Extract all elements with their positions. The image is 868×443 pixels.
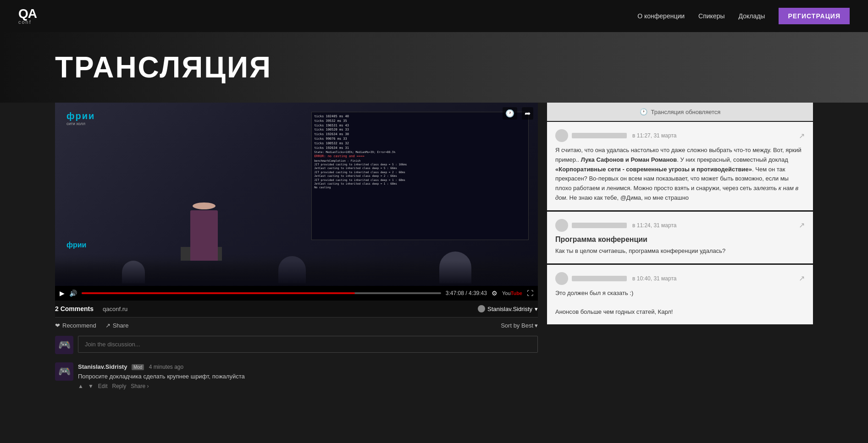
feed-time-1: в 11:27, 31 марта <box>632 132 676 139</box>
comment-mod-badge: Mod <box>132 364 144 370</box>
user-dropdown-icon[interactable]: ▾ <box>535 306 538 312</box>
video-controls-bar: ▶ 🔊 3:47:08 / 4:39:43 ⚙ YouTube ⛶ <box>55 286 538 301</box>
hero-section: ТРАНСЛЯЦИЯ <box>0 32 868 103</box>
share-icon-button[interactable]: ➦ <box>522 107 533 120</box>
user-name-display: Stanislav.Sidristy ▾ <box>478 305 538 312</box>
video-top-controls: 🕐 ➦ <box>503 107 533 120</box>
feed-text-2: Как ты в целом считаешь, программа конфе… <box>555 246 805 256</box>
left-column: фрии сити холл фрии <box>55 103 538 393</box>
feed-time-2: в 11:24, 31 марта <box>632 222 676 229</box>
comment-item: 🎮 Stanislav.Sidristy Mod 4 minutes ago П… <box>55 359 538 393</box>
feed-text-3: Это должен был я сказать :) Анонсов боль… <box>555 289 805 317</box>
feed-text-1: Я считаю, что она удалась настолько что … <box>555 146 805 203</box>
current-user-avatar: 🎮 <box>55 336 73 354</box>
clock-icon: 🕐 <box>640 108 647 115</box>
comment-input-row: 🎮 <box>55 334 538 359</box>
main-content: фрии сити холл фрии <box>0 103 868 411</box>
feed-avatar-2 <box>555 219 568 232</box>
nav-about[interactable]: О конференции <box>637 12 685 20</box>
video-stage: фрии сити холл фрии <box>55 103 538 286</box>
time-display: 3:47:08 / 4:39:43 <box>446 290 487 296</box>
feed-avatar-1 <box>555 129 568 142</box>
comments-count: 2 Comments <box>55 305 94 312</box>
feed-card-3: в 10:40, 31 марта ↗ Это должен был я ска… <box>547 265 813 324</box>
feed-card-2-header: в 11:24, 31 марта ↗ <box>555 219 805 232</box>
share-button[interactable]: ↗ Share <box>105 322 129 329</box>
stage-floor <box>55 261 538 286</box>
feed-username-2 <box>572 223 627 228</box>
heart-icon: ❤ <box>55 322 60 329</box>
feed-card-1: в 11:27, 31 марта ↗ Я считаю, что она уд… <box>547 122 813 210</box>
comment-upvote[interactable]: ▲ <box>78 383 83 389</box>
comment-sub-actions: ▲ ▼ Edit Reply Share › <box>78 383 245 389</box>
clock-icon-button[interactable]: 🕐 <box>503 107 517 120</box>
settings-icon-button[interactable]: ⚙ <box>492 290 498 297</box>
header: QA conf О конференции Спикеры Доклады РЕ… <box>0 0 868 32</box>
comment-time: 4 minutes ago <box>149 364 183 370</box>
feed-title-2: Программа конференции <box>555 235 805 244</box>
comment-author: Stanislav.Sidristy <box>78 363 127 370</box>
feed-share-icon-2[interactable]: ↗ <box>799 221 805 230</box>
comment-input[interactable] <box>78 336 538 353</box>
nav-speakers[interactable]: Спикеры <box>698 12 724 20</box>
logo: QA conf <box>18 7 37 25</box>
feed-time-3: в 10:40, 31 марта <box>632 275 676 282</box>
main-wrapper: 000037FFD02 204288 фрии сити холл фрии <box>0 103 868 411</box>
comment-body: Stanislav.Sidristy Mod 4 minutes ago Поп… <box>78 362 245 389</box>
progress-track[interactable] <box>82 292 441 294</box>
comment-text: Попросите докладчика сделать крупнее шри… <box>78 372 245 381</box>
live-feed: 🕐 Трансляция обновляется в 11:27, 31 мар… <box>547 103 813 324</box>
right-column: 🕐 Трансляция обновляется в 11:27, 31 мар… <box>547 103 813 393</box>
site-name: qaconf.ru <box>103 306 127 312</box>
sort-chevron-icon: ▾ <box>535 322 538 329</box>
live-header-text: Трансляция обновляется <box>651 109 721 115</box>
time-separator: / <box>465 290 469 296</box>
code-screen: ticks 102405 ms 40 ticks 39532 ms 35 tic… <box>311 112 529 240</box>
recommend-button[interactable]: ❤ Recommend <box>55 322 96 329</box>
volume-button[interactable]: 🔊 <box>69 290 77 297</box>
main-nav: О конференции Спикеры Доклады РЕГИСТРАЦИ… <box>637 8 850 24</box>
logo-qa-text: QA <box>18 7 37 20</box>
comment-actions: ❤ Recommend ↗ Share Sort by Best ▾ <box>55 317 538 334</box>
hero-title: ТРАНСЛЯЦИЯ <box>55 50 813 84</box>
feed-card-1-header: в 11:27, 31 марта ↗ <box>555 129 805 142</box>
nav-reports[interactable]: Доклады <box>739 12 765 20</box>
feed-share-icon-1[interactable]: ↗ <box>799 131 805 140</box>
feed-username-3 <box>572 276 627 281</box>
feed-avatar-3 <box>555 272 568 285</box>
play-button[interactable]: ▶ <box>60 290 65 297</box>
feed-card-2: в 11:24, 31 марта ↗ Программа конференци… <box>547 212 813 263</box>
progress-fill <box>82 292 355 294</box>
logged-in-username: Stanislav.Sidristy <box>487 306 532 312</box>
feed-username-1 <box>572 133 627 138</box>
sort-button[interactable]: Sort by Best ▾ <box>501 322 538 329</box>
venue-logo: фрии сити холл <box>66 111 95 126</box>
venue-logo-bottom: фрии <box>66 241 86 249</box>
youtube-badge: YouTube <box>502 290 522 296</box>
presenter-figure <box>190 202 218 261</box>
logo-conf-text: conf <box>18 19 32 25</box>
comment-share[interactable]: Share › <box>131 383 149 389</box>
time-total: 4:39:43 <box>469 290 487 296</box>
video-container[interactable]: фрии сити холл фрии <box>55 103 538 286</box>
share-icon: ↗ <box>105 322 111 329</box>
comment-downvote[interactable]: ▼ <box>88 383 94 389</box>
comments-bar: 2 Comments qaconf.ru Stanislav.Sidristy … <box>55 301 538 317</box>
feed-share-icon-3[interactable]: ↗ <box>799 274 805 283</box>
live-feed-header: 🕐 Трансляция обновляется <box>547 103 813 121</box>
comment-user-avatar: 🎮 <box>55 362 73 381</box>
nav-register-button[interactable]: РЕГИСТРАЦИЯ <box>779 8 850 24</box>
comment-reply[interactable]: Reply <box>112 383 126 389</box>
comment-edit[interactable]: Edit <box>98 383 108 389</box>
time-current: 3:47:08 <box>446 290 464 296</box>
feed-card-3-header: в 10:40, 31 марта ↗ <box>555 272 805 285</box>
fullscreen-button[interactable]: ⛶ <box>527 290 533 297</box>
